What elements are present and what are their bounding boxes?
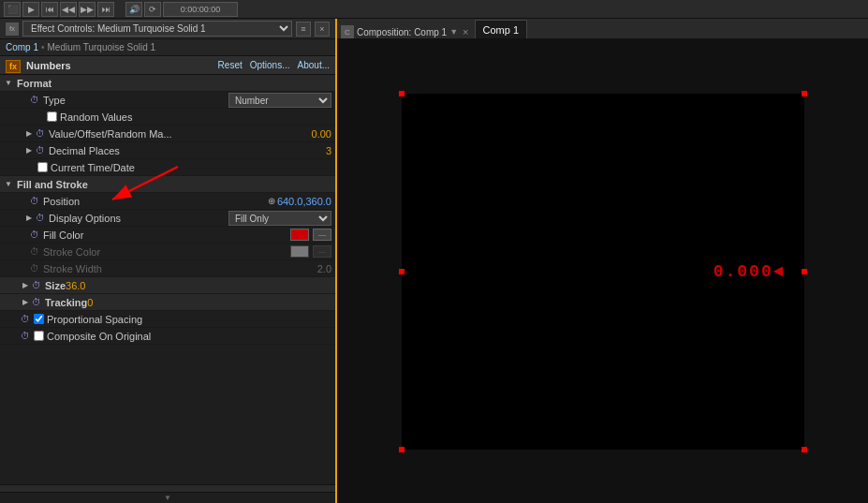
proportional-spacing-row: ⏱ Proportional Spacing xyxy=(0,311,335,328)
comp-canvas: 0.000◄ xyxy=(402,94,804,450)
size-stopwatch-icon[interactable]: ⏱ xyxy=(32,280,41,290)
stroke-width-value[interactable]: 2.0 xyxy=(317,263,331,274)
breadcrumb-comp[interactable]: Comp 1 xyxy=(6,42,38,52)
size-value[interactable]: 36.0 xyxy=(66,280,85,291)
stroke-width-stopwatch-icon: ⏱ xyxy=(30,263,39,274)
toolbar-btn-2[interactable]: ▶ xyxy=(22,2,39,17)
effect-controls-header: fx Effect Controls: Medium Turquoise Sol… xyxy=(0,19,335,39)
comp-icon: C xyxy=(341,25,354,38)
decimal-places-stopwatch-icon[interactable]: ⏱ xyxy=(36,145,45,155)
right-panel: C Composition: Comp 1 ▼ × Comp 1 xyxy=(337,19,868,503)
type-stopwatch-icon[interactable]: ⏱ xyxy=(30,95,39,105)
tracking-label: Tracking xyxy=(45,297,87,308)
panel-close-icon[interactable]: × xyxy=(315,22,330,37)
stroke-color-input[interactable]: — xyxy=(313,245,331,258)
composite-original-label[interactable]: Composite On Original xyxy=(34,331,151,342)
stroke-width-label: Stroke Width xyxy=(43,263,317,274)
proportional-spacing-checkbox[interactable] xyxy=(34,314,44,324)
fill-stroke-section-label: Fill and Stroke xyxy=(17,179,88,190)
corner-dot-tl xyxy=(399,91,405,96)
position-stopwatch-icon[interactable]: ⏱ xyxy=(30,196,39,206)
panel-menu-icon[interactable]: ≡ xyxy=(296,22,311,37)
current-time-date-checkbox[interactable] xyxy=(37,162,48,172)
panel-scrollbar[interactable] xyxy=(0,484,335,492)
size-label: Size xyxy=(45,280,66,291)
comp-title-dropdown[interactable]: ▼ xyxy=(449,27,458,37)
panel-bottom-arrow[interactable]: ▼ xyxy=(164,494,171,502)
fill-color-swatch[interactable] xyxy=(290,229,309,241)
position-value[interactable]: 640.0,360.0 xyxy=(277,196,331,207)
fill-color-label: Fill Color xyxy=(43,229,290,241)
tracking-stopwatch-icon[interactable]: ⏱ xyxy=(32,297,41,307)
composite-original-checkbox[interactable] xyxy=(34,331,44,341)
stroke-color-row: ⏱ Stroke Color — xyxy=(0,244,335,260)
composite-stopwatch-icon[interactable]: ⏱ xyxy=(21,331,30,341)
random-values-checkbox[interactable] xyxy=(47,111,57,122)
value-offset-value[interactable]: 0.00 xyxy=(312,128,331,140)
toolbar-btn-9[interactable]: 0:00:00:00 xyxy=(163,2,238,17)
composite-original-row: ⏱ Composite On Original xyxy=(0,328,335,345)
fill-color-input[interactable]: — xyxy=(313,229,331,241)
display-options-expand-icon[interactable]: ▶ xyxy=(26,214,32,222)
panel-header-icon-left: fx xyxy=(6,22,19,36)
corner-dot-tr xyxy=(802,91,807,96)
about-link[interactable]: About... xyxy=(298,60,330,70)
toolbar-btn-8[interactable]: ⟳ xyxy=(144,2,161,17)
value-offset-stopwatch-icon[interactable]: ⏱ xyxy=(36,128,45,139)
toolbar-btn-4[interactable]: ◀◀ xyxy=(60,2,77,17)
proportional-spacing-label[interactable]: Proportional Spacing xyxy=(34,314,142,325)
composition-tabs: C Composition: Comp 1 ▼ × Comp 1 xyxy=(337,19,868,39)
effect-title-bar: fx Numbers Reset Options... About... xyxy=(0,56,335,75)
random-values-row: Random Values xyxy=(0,109,335,126)
fill-stroke-section-header[interactable]: ▼ Fill and Stroke xyxy=(0,176,335,193)
value-offset-label: Value/Offset/Random Ma... xyxy=(49,128,312,140)
fill-stroke-collapse-icon[interactable]: ▼ xyxy=(4,180,13,189)
current-time-date-row: Current Time/Date xyxy=(0,159,335,176)
decimal-places-expand-icon[interactable]: ▶ xyxy=(26,146,32,155)
value-offset-expand-icon[interactable]: ▶ xyxy=(26,129,32,138)
fill-color-stopwatch-icon[interactable]: ⏱ xyxy=(30,229,39,240)
display-options-dropdown[interactable]: Fill OnlyStroke OnlyFill Over StrokeStro… xyxy=(228,211,331,226)
format-section-header[interactable]: ▼ Format xyxy=(0,75,335,92)
decimal-places-row: ▶ ⏱ Decimal Places 3 xyxy=(0,142,335,159)
reset-link[interactable]: Reset xyxy=(218,60,243,70)
effect-links: Reset Options... About... xyxy=(218,60,330,70)
value-offset-row: ▶ ⏱ Value/Offset/Random Ma... 0.00 xyxy=(0,126,335,142)
breadcrumb-layer: Medium Turquoise Solid 1 xyxy=(48,42,156,52)
size-expand-icon[interactable]: ▶ xyxy=(22,281,28,289)
current-time-date-label[interactable]: Current Time/Date xyxy=(37,162,135,173)
comp-title: Composition: Comp 1 xyxy=(357,27,447,37)
position-icon: ⊕ xyxy=(268,196,275,206)
format-collapse-icon[interactable]: ▼ xyxy=(4,79,13,88)
comp-title-close[interactable]: × xyxy=(463,26,468,37)
toolbar-buttons: ⬛ ▶ ⏮ ◀◀ ▶▶ ⏭ 🔊 ⟳ 0:00:00:00 xyxy=(4,2,238,17)
stroke-color-label: Stroke Color xyxy=(43,246,290,258)
effect-panel: fx Numbers Reset Options... About... ▼ F… xyxy=(0,56,335,484)
decimal-places-value[interactable]: 3 xyxy=(326,145,331,156)
prop-spacing-stopwatch-icon[interactable]: ⏱ xyxy=(21,314,30,324)
corner-dot-ml xyxy=(399,269,405,274)
toolbar-btn-6[interactable]: ⏭ xyxy=(97,2,114,17)
comp-tab-comp1[interactable]: Comp 1 xyxy=(475,20,528,38)
decimal-places-label: Decimal Places xyxy=(49,145,326,156)
stroke-color-swatch[interactable] xyxy=(290,245,309,258)
options-link[interactable]: Options... xyxy=(250,60,290,70)
toolbar-btn-1[interactable]: ⬛ xyxy=(4,2,21,17)
random-values-label[interactable]: Random Values xyxy=(47,111,132,123)
effect-name: Numbers xyxy=(26,60,213,71)
format-section-label: Format xyxy=(17,78,51,89)
display-options-stopwatch-icon[interactable]: ⏱ xyxy=(36,213,45,223)
display-options-row: ▶ ⏱ Display Options Fill OnlyStroke Only… xyxy=(0,210,335,227)
type-row: ⏱ Type Number xyxy=(0,92,335,109)
fill-color-row: ⏱ Fill Color — xyxy=(0,227,335,244)
type-label: Type xyxy=(43,95,228,106)
effect-controls-dropdown[interactable]: Effect Controls: Medium Turquoise Solid … xyxy=(22,21,292,37)
corner-dot-mr xyxy=(802,269,807,274)
tracking-value[interactable]: 0 xyxy=(87,297,93,308)
toolbar-btn-7[interactable]: 🔊 xyxy=(125,2,142,17)
type-dropdown[interactable]: Number xyxy=(228,93,331,108)
tracking-expand-icon[interactable]: ▶ xyxy=(22,298,28,306)
toolbar-btn-5[interactable]: ▶▶ xyxy=(79,2,96,17)
position-row: ⏱ Position ⊕ 640.0,360.0 xyxy=(0,193,335,210)
toolbar-btn-3[interactable]: ⏮ xyxy=(41,2,58,17)
